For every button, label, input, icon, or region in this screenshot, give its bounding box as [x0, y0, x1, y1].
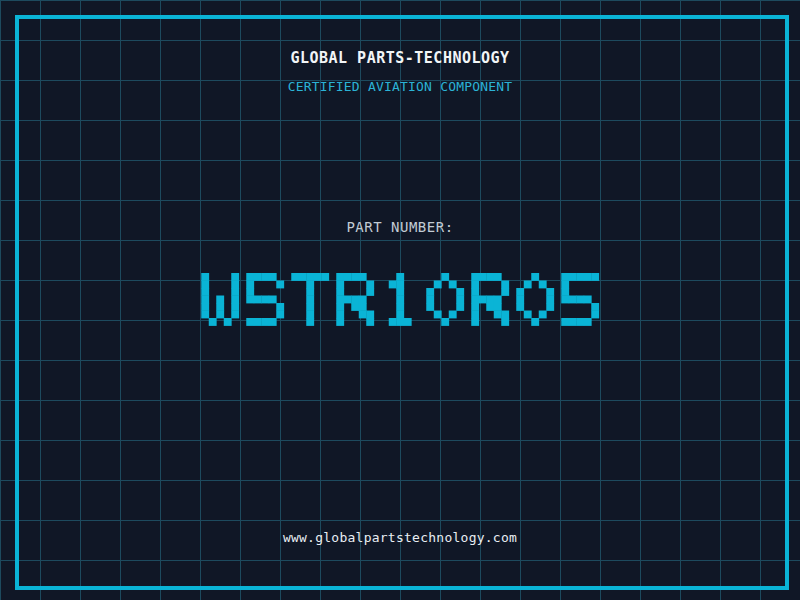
certificate-label: GLOBAL PARTS-TECHNOLOGY CERTIFIED AVIATI… [0, 0, 800, 600]
company-title: GLOBAL PARTS-TECHNOLOGY [0, 50, 800, 67]
part-number-label: PART NUMBER: [0, 220, 800, 235]
website-url: www.globalpartstechnology.com [0, 531, 800, 545]
certification-subtitle: CERTIFIED AVIATION COMPONENT [0, 80, 800, 94]
part-number-pixel-text [0, 272, 800, 328]
